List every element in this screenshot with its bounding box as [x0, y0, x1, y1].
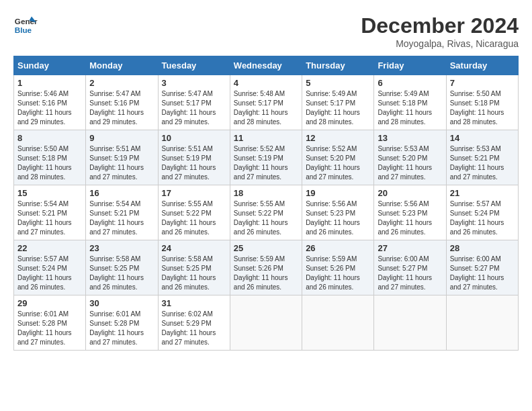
calendar-cell: 15 Sunrise: 5:54 AM Sunset: 5:21 PM Dayl…	[14, 185, 86, 240]
day-number: 8	[17, 133, 82, 143]
day-info: Sunrise: 5:57 AM Sunset: 5:24 PM Dayligh…	[450, 199, 515, 237]
day-number: 15	[17, 188, 82, 198]
day-info: Sunrise: 6:01 AM Sunset: 5:28 PM Dayligh…	[17, 310, 82, 347]
day-info: Sunrise: 6:00 AM Sunset: 5:27 PM Dayligh…	[450, 255, 515, 292]
day-number: 11	[234, 133, 298, 143]
day-info: Sunrise: 5:53 AM Sunset: 5:21 PM Dayligh…	[450, 144, 515, 182]
day-info: Sunrise: 5:54 AM Sunset: 5:21 PM Dayligh…	[89, 199, 154, 237]
day-number: 23	[89, 243, 154, 253]
calendar-cell: 17 Sunrise: 5:55 AM Sunset: 5:22 PM Dayl…	[158, 185, 230, 240]
day-info: Sunrise: 5:55 AM Sunset: 5:22 PM Dayligh…	[162, 199, 226, 237]
calendar-cell: 7 Sunrise: 5:50 AM Sunset: 5:18 PM Dayli…	[446, 75, 518, 130]
day-number: 12	[306, 133, 370, 143]
day-number: 2	[89, 78, 154, 88]
calendar-table: SundayMondayTuesdayWednesdayThursdayFrid…	[13, 56, 519, 351]
weekday-header-tuesday: Tuesday	[158, 56, 230, 75]
day-info: Sunrise: 5:49 AM Sunset: 5:18 PM Dayligh…	[378, 89, 442, 127]
svg-text:Blue: Blue	[15, 26, 32, 34]
calendar-subtitle: Moyogalpa, Rivas, Nicaragua	[361, 38, 519, 49]
calendar-week-row: 1 Sunrise: 5:46 AM Sunset: 5:16 PM Dayli…	[14, 75, 519, 130]
day-info: Sunrise: 5:48 AM Sunset: 5:17 PM Dayligh…	[234, 89, 298, 127]
weekday-header-monday: Monday	[86, 56, 158, 75]
day-info: Sunrise: 5:56 AM Sunset: 5:23 PM Dayligh…	[378, 199, 442, 237]
day-number: 3	[162, 78, 226, 88]
day-info: Sunrise: 5:53 AM Sunset: 5:20 PM Dayligh…	[378, 144, 442, 182]
calendar-cell: 14 Sunrise: 5:53 AM Sunset: 5:21 PM Dayl…	[446, 130, 518, 185]
day-info: Sunrise: 5:54 AM Sunset: 5:21 PM Dayligh…	[17, 199, 82, 237]
day-info: Sunrise: 5:52 AM Sunset: 5:20 PM Dayligh…	[306, 144, 370, 182]
weekday-header-sunday: Sunday	[14, 56, 86, 75]
calendar-cell: 8 Sunrise: 5:50 AM Sunset: 5:18 PM Dayli…	[14, 130, 86, 185]
day-info: Sunrise: 5:50 AM Sunset: 5:18 PM Dayligh…	[450, 89, 515, 127]
day-number: 31	[162, 298, 226, 308]
calendar-cell: 18 Sunrise: 5:55 AM Sunset: 5:22 PM Dayl…	[230, 185, 302, 240]
day-number: 28	[450, 243, 515, 253]
day-number: 13	[378, 133, 442, 143]
day-number: 25	[234, 243, 298, 253]
day-number: 29	[17, 298, 82, 308]
day-number: 7	[450, 78, 515, 88]
calendar-cell: 31 Sunrise: 6:02 AM Sunset: 5:29 PM Dayl…	[158, 295, 230, 351]
calendar-cell: 25 Sunrise: 5:59 AM Sunset: 5:26 PM Dayl…	[230, 240, 302, 295]
day-number: 18	[234, 188, 298, 198]
calendar-cell: 1 Sunrise: 5:46 AM Sunset: 5:16 PM Dayli…	[14, 75, 86, 130]
day-number: 22	[17, 243, 82, 253]
calendar-cell: 2 Sunrise: 5:47 AM Sunset: 5:16 PM Dayli…	[86, 75, 158, 130]
day-info: Sunrise: 5:47 AM Sunset: 5:16 PM Dayligh…	[89, 89, 154, 127]
day-info: Sunrise: 5:56 AM Sunset: 5:23 PM Dayligh…	[306, 199, 370, 237]
calendar-week-row: 29 Sunrise: 6:01 AM Sunset: 5:28 PM Dayl…	[14, 295, 519, 351]
calendar-cell: 23 Sunrise: 5:58 AM Sunset: 5:25 PM Dayl…	[86, 240, 158, 295]
day-number: 14	[450, 133, 515, 143]
weekday-header-row: SundayMondayTuesdayWednesdayThursdayFrid…	[14, 56, 519, 75]
day-info: Sunrise: 5:51 AM Sunset: 5:19 PM Dayligh…	[89, 144, 154, 182]
day-number: 19	[306, 188, 370, 198]
calendar-cell: 11 Sunrise: 5:52 AM Sunset: 5:19 PM Dayl…	[230, 130, 302, 185]
page-header: General Blue December 2024 Moyogalpa, Ri…	[13, 13, 519, 49]
weekday-header-thursday: Thursday	[302, 56, 374, 75]
day-info: Sunrise: 6:02 AM Sunset: 5:29 PM Dayligh…	[162, 310, 226, 347]
day-number: 17	[162, 188, 226, 198]
day-info: Sunrise: 5:46 AM Sunset: 5:16 PM Dayligh…	[17, 89, 82, 127]
day-number: 21	[450, 188, 515, 198]
calendar-cell: 19 Sunrise: 5:56 AM Sunset: 5:23 PM Dayl…	[302, 185, 374, 240]
day-number: 24	[162, 243, 226, 253]
calendar-cell: 10 Sunrise: 5:51 AM Sunset: 5:19 PM Dayl…	[158, 130, 230, 185]
calendar-cell: 30 Sunrise: 6:01 AM Sunset: 5:28 PM Dayl…	[86, 295, 158, 351]
calendar-cell: 6 Sunrise: 5:49 AM Sunset: 5:18 PM Dayli…	[374, 75, 446, 130]
calendar-cell: 3 Sunrise: 5:47 AM Sunset: 5:17 PM Dayli…	[158, 75, 230, 130]
day-number: 6	[378, 78, 442, 88]
calendar-cell	[230, 295, 302, 351]
title-area: December 2024 Moyogalpa, Rivas, Nicaragu…	[361, 13, 519, 49]
weekday-header-wednesday: Wednesday	[230, 56, 302, 75]
day-info: Sunrise: 5:55 AM Sunset: 5:22 PM Dayligh…	[234, 199, 298, 237]
calendar-cell	[446, 295, 518, 351]
day-info: Sunrise: 5:51 AM Sunset: 5:19 PM Dayligh…	[162, 144, 226, 182]
day-number: 5	[306, 78, 370, 88]
calendar-cell: 29 Sunrise: 6:01 AM Sunset: 5:28 PM Dayl…	[14, 295, 86, 351]
weekday-header-saturday: Saturday	[446, 56, 518, 75]
day-info: Sunrise: 5:59 AM Sunset: 5:26 PM Dayligh…	[234, 255, 298, 292]
day-info: Sunrise: 5:57 AM Sunset: 5:24 PM Dayligh…	[17, 255, 82, 292]
day-info: Sunrise: 6:01 AM Sunset: 5:28 PM Dayligh…	[89, 310, 154, 347]
calendar-cell: 9 Sunrise: 5:51 AM Sunset: 5:19 PM Dayli…	[86, 130, 158, 185]
day-info: Sunrise: 5:47 AM Sunset: 5:17 PM Dayligh…	[162, 89, 226, 127]
calendar-cell	[302, 295, 374, 351]
calendar-cell: 26 Sunrise: 5:59 AM Sunset: 5:26 PM Dayl…	[302, 240, 374, 295]
day-info: Sunrise: 5:58 AM Sunset: 5:25 PM Dayligh…	[162, 255, 226, 292]
calendar-title: December 2024	[361, 13, 519, 38]
day-info: Sunrise: 5:49 AM Sunset: 5:17 PM Dayligh…	[306, 89, 370, 127]
weekday-header-friday: Friday	[374, 56, 446, 75]
day-number: 26	[306, 243, 370, 253]
calendar-cell: 5 Sunrise: 5:49 AM Sunset: 5:17 PM Dayli…	[302, 75, 374, 130]
calendar-cell: 22 Sunrise: 5:57 AM Sunset: 5:24 PM Dayl…	[14, 240, 86, 295]
calendar-cell: 27 Sunrise: 6:00 AM Sunset: 5:27 PM Dayl…	[374, 240, 446, 295]
calendar-week-row: 15 Sunrise: 5:54 AM Sunset: 5:21 PM Dayl…	[14, 185, 519, 240]
day-info: Sunrise: 5:58 AM Sunset: 5:25 PM Dayligh…	[89, 255, 154, 292]
day-info: Sunrise: 6:00 AM Sunset: 5:27 PM Dayligh…	[378, 255, 442, 292]
day-info: Sunrise: 5:50 AM Sunset: 5:18 PM Dayligh…	[17, 144, 82, 182]
calendar-cell: 16 Sunrise: 5:54 AM Sunset: 5:21 PM Dayl…	[86, 185, 158, 240]
day-info: Sunrise: 5:52 AM Sunset: 5:19 PM Dayligh…	[234, 144, 298, 182]
day-number: 27	[378, 243, 442, 253]
calendar-cell: 4 Sunrise: 5:48 AM Sunset: 5:17 PM Dayli…	[230, 75, 302, 130]
calendar-cell	[374, 295, 446, 351]
